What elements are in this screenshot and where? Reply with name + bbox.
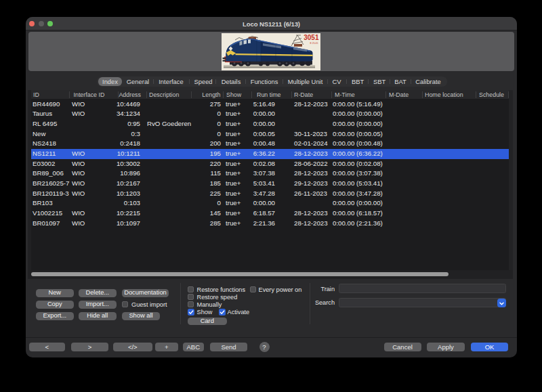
svg-text:E 25.05: E 25.05 (310, 42, 318, 45)
svg-text:3051: 3051 (304, 34, 319, 41)
